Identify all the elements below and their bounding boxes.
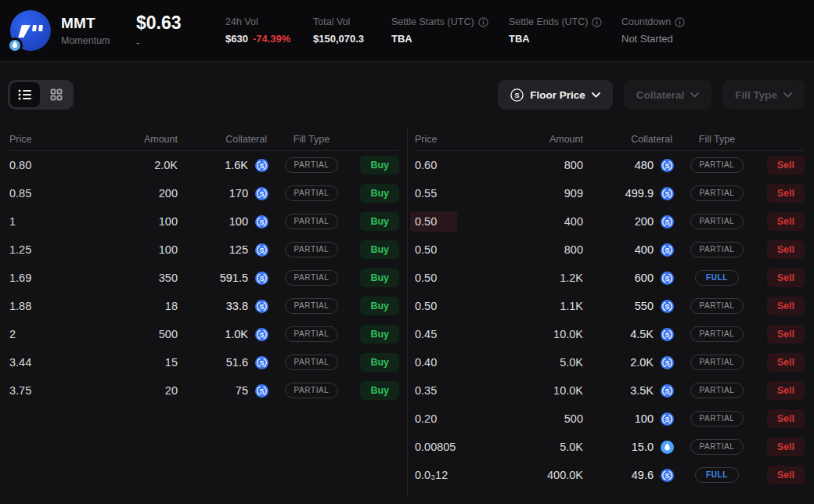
svg-text:S: S — [260, 330, 265, 338]
collateral-cell: 3.5K — [583, 384, 654, 397]
grid-view-button[interactable] — [41, 82, 71, 107]
buy-button[interactable]: Buy — [360, 325, 399, 344]
usd-coin-icon: S — [255, 243, 268, 257]
sell-button[interactable]: Sell — [767, 381, 805, 401]
sell-order-row[interactable]: 0.0₃12 400.0K 49.6 S FULL Sell — [415, 461, 805, 489]
list-view-button[interactable] — [10, 82, 40, 107]
svg-text:S: S — [665, 218, 670, 225]
svg-text:S: S — [260, 218, 265, 225]
collateral-cell: 100 — [583, 412, 654, 425]
buy-button[interactable]: Buy — [360, 297, 399, 316]
buy-orders-panel: PriceAmountCollateralFill Type 0.80 2.0K… — [0, 128, 407, 495]
buy-order-row[interactable]: 3.75 20 75 S PARTIAL Buy — [9, 376, 399, 405]
svg-text:S: S — [665, 387, 670, 394]
amount-cell: 5.0K — [470, 441, 583, 453]
sell-button[interactable]: Sell — [767, 297, 805, 316]
filter-collateral-dropdown[interactable]: Collateral — [624, 80, 712, 110]
price-cell: 0.50 — [415, 296, 443, 316]
toolbar: SFloor Price Collateral Fill Type — [8, 80, 805, 110]
fill-type-badge: PARTIAL — [690, 439, 744, 455]
usd-coin-icon: S — [255, 328, 268, 341]
usd-coin-icon: S — [661, 272, 674, 285]
svg-text:S: S — [665, 471, 670, 479]
price-cell: 1.69 — [9, 268, 38, 288]
buy-order-row[interactable]: 2 500 1.0K S PARTIAL Buy — [9, 320, 399, 348]
buy-button[interactable]: Buy — [360, 212, 399, 232]
sell-order-row[interactable]: 0.35 10.0K 3.5K S PARTIAL Sell — [415, 376, 805, 405]
sell-button[interactable]: Sell — [767, 466, 805, 485]
collateral-cell: 480 — [583, 159, 654, 171]
collateral-cell: 400 — [583, 243, 654, 256]
sell-order-row[interactable]: 0.50 800 400 S PARTIAL Sell — [415, 236, 805, 264]
sell-order-row[interactable]: 0.20 500 100 S PARTIAL Sell — [415, 405, 805, 433]
sell-order-row[interactable]: 0.60 800 480 S PARTIAL Sell — [415, 151, 805, 179]
view-toggle — [8, 80, 74, 110]
collateral-cell: 4.5K — [583, 328, 654, 340]
svg-text:S: S — [665, 246, 670, 254]
svg-text:S: S — [665, 274, 670, 282]
sell-button[interactable]: Sell — [767, 353, 805, 373]
sell-button[interactable]: Sell — [767, 268, 805, 288]
price-cell: 0.0₃12 — [415, 465, 454, 485]
buy-order-row[interactable]: 1 100 100 S PARTIAL Buy — [9, 207, 399, 236]
svg-text:S: S — [665, 161, 670, 169]
column-header-amount: Amount — [470, 134, 583, 145]
usd-coin-icon: S — [255, 272, 268, 285]
amount-cell: 15 — [64, 356, 178, 369]
sell-order-row[interactable]: 0.50 400 200 S PARTIAL Sell — [415, 207, 805, 236]
buy-button[interactable]: Buy — [360, 240, 399, 260]
sell-button[interactable]: Sell — [767, 437, 805, 457]
collateral-cell: 591.5 — [178, 272, 248, 284]
column-header-collateral: Collateral — [178, 134, 268, 145]
sell-button[interactable]: Sell — [767, 156, 805, 175]
filter-floor-price-dropdown[interactable]: SFloor Price — [498, 80, 613, 110]
sell-order-row[interactable]: 0.45 10.0K 4.5K S PARTIAL Sell — [415, 320, 805, 348]
sell-order-row[interactable]: 0.00805 5.0K 15.0 PARTIAL Sell — [415, 433, 805, 461]
collateral-cell: 75 — [178, 384, 248, 397]
stat-24h-vol: 24h Vol $630-74.39% — [225, 16, 301, 45]
buy-button[interactable]: Buy — [360, 268, 399, 288]
sell-order-row[interactable]: 0.40 5.0K 2.0K S PARTIAL Sell — [415, 348, 805, 376]
sell-button[interactable]: Sell — [767, 212, 805, 232]
buy-order-row[interactable]: 1.88 18 33.8 S PARTIAL Buy — [9, 292, 399, 320]
info-icon[interactable] — [675, 17, 685, 27]
buy-button[interactable]: Buy — [360, 353, 399, 373]
sell-order-row[interactable]: 0.55 909 499.9 S PARTIAL Sell — [415, 179, 805, 207]
price-cell: 0.50 — [415, 239, 443, 260]
buy-order-row[interactable]: 1.25 100 125 S PARTIAL Buy — [9, 236, 399, 264]
sell-button[interactable]: Sell — [767, 240, 805, 260]
buy-button[interactable]: Buy — [360, 156, 399, 175]
fill-type-badge: PARTIAL — [285, 355, 339, 370]
price-cell: 1.25 — [9, 239, 38, 260]
buy-order-row[interactable]: 0.85 200 170 S PARTIAL Buy — [9, 179, 399, 207]
list-icon — [18, 88, 32, 101]
fill-type-badge: PARTIAL — [285, 242, 339, 257]
token-symbol: MMT — [61, 15, 110, 32]
buy-order-row[interactable]: 1.69 350 591.5 S PARTIAL Buy — [9, 264, 399, 292]
grid-icon — [50, 88, 63, 101]
fill-type-badge: PARTIAL — [285, 185, 339, 201]
sell-button[interactable]: Sell — [767, 325, 805, 344]
buy-button[interactable]: Buy — [360, 381, 399, 401]
collateral-cell: 1.0K — [178, 328, 248, 340]
usd-coin-icon: S — [661, 215, 674, 229]
buy-order-row[interactable]: 0.80 2.0K 1.6K S PARTIAL Buy — [9, 151, 399, 179]
buy-order-row[interactable]: 3.44 15 51.6 S PARTIAL Buy — [9, 348, 399, 376]
buy-button[interactable]: Buy — [360, 184, 399, 203]
token-price: $0.63 — [136, 13, 214, 34]
sell-order-row[interactable]: 0.50 1.2K 600 S FULL Sell — [415, 264, 805, 292]
info-icon[interactable] — [592, 17, 602, 27]
coin-icon: S — [510, 88, 524, 102]
info-icon[interactable] — [478, 17, 488, 27]
filter-fill-type-dropdown[interactable]: Fill Type — [722, 80, 805, 110]
sell-button[interactable]: Sell — [767, 409, 805, 429]
usd-coin-icon: S — [661, 243, 674, 257]
price-cell: 1 — [9, 211, 22, 232]
price-cell: 0.20 — [415, 409, 443, 429]
amount-cell: 10.0K — [470, 384, 583, 397]
amount-cell: 350 — [64, 272, 178, 284]
sell-button[interactable]: Sell — [767, 184, 805, 203]
sell-order-row[interactable]: 0.50 1.1K 550 S PARTIAL Sell — [415, 292, 805, 320]
price-cell: 0.85 — [9, 183, 38, 203]
usd-coin-icon: S — [661, 328, 674, 341]
